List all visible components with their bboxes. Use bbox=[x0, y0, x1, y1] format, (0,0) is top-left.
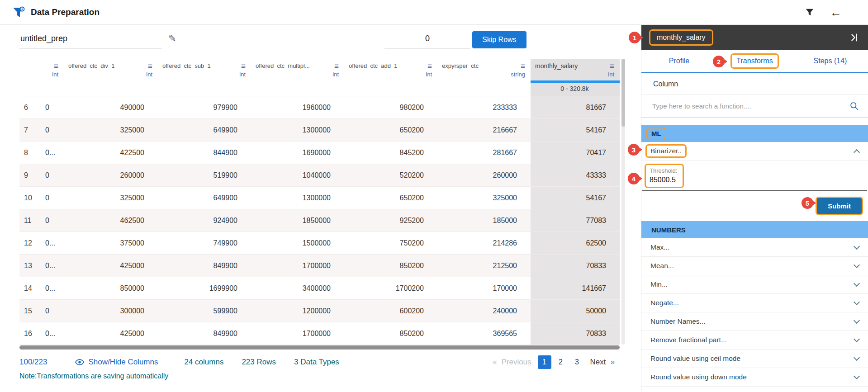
column-name: offered_ctc_div_1 bbox=[68, 62, 114, 69]
edit-pencil-icon[interactable]: ✎ bbox=[168, 33, 176, 44]
transform-item-round-value-using-down-mode[interactable]: Round value using down mode bbox=[641, 368, 868, 387]
chevron-down-icon[interactable] bbox=[854, 373, 860, 379]
transform-item-max[interactable]: Max... bbox=[641, 238, 868, 257]
eye-icon bbox=[75, 359, 84, 365]
selected-column-name: monthly_salary bbox=[650, 31, 712, 44]
panel-tabs: Profile Transforms Steps (14) bbox=[641, 50, 868, 73]
cell: 520200 bbox=[344, 164, 437, 186]
column-header-truncated[interactable]: ≡int bbox=[42, 59, 64, 96]
transform-item-round-value-using-ceil-mode[interactable]: Round value using ceil mode bbox=[641, 349, 868, 368]
show-hide-columns-button[interactable]: Show/Hide Columns bbox=[75, 358, 158, 367]
column-menu-icon[interactable]: ≡ bbox=[54, 62, 58, 70]
column-menu-icon[interactable]: ≡ bbox=[334, 62, 339, 70]
function-search-input[interactable] bbox=[652, 102, 849, 110]
transform-item-label: Number Names... bbox=[647, 316, 709, 327]
section-header-label: ML bbox=[648, 128, 665, 139]
collapse-panel-icon[interactable] bbox=[849, 33, 859, 43]
cell: 0 bbox=[42, 119, 64, 141]
table-row: 160...4250008499001700000850200369565708… bbox=[19, 322, 620, 345]
cell: 0 bbox=[42, 300, 64, 322]
transform-item-remove-fractional-part[interactable]: Remove fractional part... bbox=[641, 331, 868, 349]
chevron-down-icon[interactable] bbox=[854, 298, 860, 305]
page-button-2[interactable]: 2 bbox=[554, 355, 568, 369]
cell: 924900 bbox=[158, 209, 251, 231]
column-name: monthly_salary bbox=[535, 62, 578, 70]
tab-transforms[interactable]: Transforms bbox=[717, 50, 792, 72]
cell: 214286 bbox=[437, 232, 531, 254]
column-type: int bbox=[256, 71, 339, 78]
skip-rows-input[interactable] bbox=[384, 30, 470, 48]
horizontal-scrollbar[interactable] bbox=[19, 345, 620, 349]
column-menu-icon[interactable]: ≡ bbox=[521, 62, 525, 70]
transform-item-negate[interactable]: Negate... bbox=[641, 294, 868, 312]
column-menu-icon[interactable]: ≡ bbox=[241, 62, 246, 70]
chevron-down-icon[interactable] bbox=[854, 261, 860, 268]
cell: 462500 bbox=[64, 209, 158, 231]
column-type: int bbox=[349, 71, 432, 78]
chevron-down-icon[interactable] bbox=[854, 317, 860, 323]
previous-button[interactable]: Previous bbox=[501, 358, 531, 367]
tab-profile-label: Profile bbox=[664, 55, 694, 67]
column-header-offered-ctc-div-1[interactable]: offered_ctc_div_1≡int bbox=[64, 59, 158, 96]
cell: 599900 bbox=[158, 300, 251, 322]
table-row: 130...4250008499001700000850200212500708… bbox=[19, 255, 620, 277]
field-line: Threshold:85000.5 bbox=[642, 164, 867, 191]
row-index: 15 bbox=[19, 300, 42, 322]
vertical-scrollbar[interactable] bbox=[621, 59, 625, 345]
column-menu-icon[interactable]: ≡ bbox=[427, 62, 432, 70]
chevron-up-icon[interactable] bbox=[854, 149, 860, 155]
back-arrow-icon[interactable]: ← bbox=[830, 6, 842, 18]
cell: 1200000 bbox=[251, 300, 344, 322]
cell: 925200 bbox=[344, 209, 437, 231]
cell: 0 bbox=[42, 187, 64, 209]
tab-steps[interactable]: Steps (14) bbox=[792, 50, 868, 72]
transform-item-mean[interactable]: Mean... bbox=[641, 257, 868, 275]
section-header-label: NUMBERS bbox=[648, 225, 689, 235]
column-menu-icon[interactable]: ≡ bbox=[610, 62, 614, 70]
submit-button[interactable]: Submit bbox=[817, 198, 862, 214]
cell: 519900 bbox=[158, 164, 251, 186]
table-row: 70325000649900130000065020021666754167 bbox=[19, 119, 620, 142]
cell: 54167 bbox=[531, 119, 620, 141]
table-row: 120...3750007499001500000750200214286625… bbox=[19, 232, 620, 255]
cell: 77083 bbox=[531, 209, 620, 231]
subtab-column[interactable]: Column bbox=[641, 73, 868, 95]
column-header-offered-ctc-add-1[interactable]: offered_ctc_add_1≡int bbox=[344, 59, 437, 96]
vertical-scrollbar-thumb[interactable] bbox=[621, 59, 625, 127]
column-header-offered-ctc-multipl[interactable]: offered_ctc_multipl...≡int bbox=[251, 59, 344, 96]
transform-item-min[interactable]: Min... bbox=[641, 275, 868, 294]
top-bar: Data Preparation ← bbox=[0, 0, 868, 25]
cell: 325000 bbox=[64, 187, 158, 209]
tab-profile[interactable]: Profile bbox=[641, 50, 717, 72]
filter-icon[interactable] bbox=[805, 7, 815, 17]
chevron-down-icon[interactable] bbox=[854, 280, 860, 286]
table-row: 80...42250084490016900008452002816677041… bbox=[19, 142, 620, 164]
chevron-down-icon[interactable] bbox=[854, 335, 860, 342]
columns-summary: 24 columns bbox=[184, 358, 223, 367]
column-header-offered-ctc-sub-1[interactable]: offered_ctc_sub_1≡int bbox=[158, 59, 251, 96]
chevron-down-icon[interactable] bbox=[854, 243, 860, 249]
cell: 422500 bbox=[64, 142, 158, 164]
skip-rows-button[interactable]: Skip Rows bbox=[472, 31, 526, 48]
cell: 1700000 bbox=[251, 322, 344, 345]
threshold-input[interactable]: 85000.5 bbox=[650, 176, 677, 184]
cell: 650200 bbox=[344, 187, 437, 209]
column-header-expyrsper-ctc[interactable]: expyrsper_ctc≡string bbox=[437, 59, 531, 96]
page-button-1[interactable]: 1 bbox=[538, 355, 551, 369]
table-row: 100325000649900130000065020032500054167 bbox=[19, 187, 620, 209]
next-symbol[interactable]: » bbox=[611, 358, 615, 367]
chevron-down-icon[interactable] bbox=[854, 354, 860, 360]
previous-symbol[interactable]: « bbox=[493, 358, 497, 367]
page-button-3[interactable]: 3 bbox=[570, 355, 584, 369]
next-button[interactable]: Next bbox=[590, 358, 606, 367]
cell: 70833 bbox=[531, 255, 620, 277]
column-type: int bbox=[46, 71, 58, 78]
prep-name-input[interactable]: untitled_prep bbox=[19, 30, 162, 48]
transform-item-number-names[interactable]: Number Names... bbox=[641, 312, 868, 331]
cell: 1699900 bbox=[158, 277, 251, 299]
transform-item-binarizer[interactable]: Binarizer.. bbox=[641, 142, 868, 161]
cell: 369565 bbox=[437, 322, 531, 345]
column-header-monthly-salary[interactable]: monthly_salary≡int0 - 320.8k bbox=[531, 59, 620, 96]
search-icon[interactable] bbox=[849, 101, 859, 111]
column-menu-icon[interactable]: ≡ bbox=[148, 62, 152, 70]
